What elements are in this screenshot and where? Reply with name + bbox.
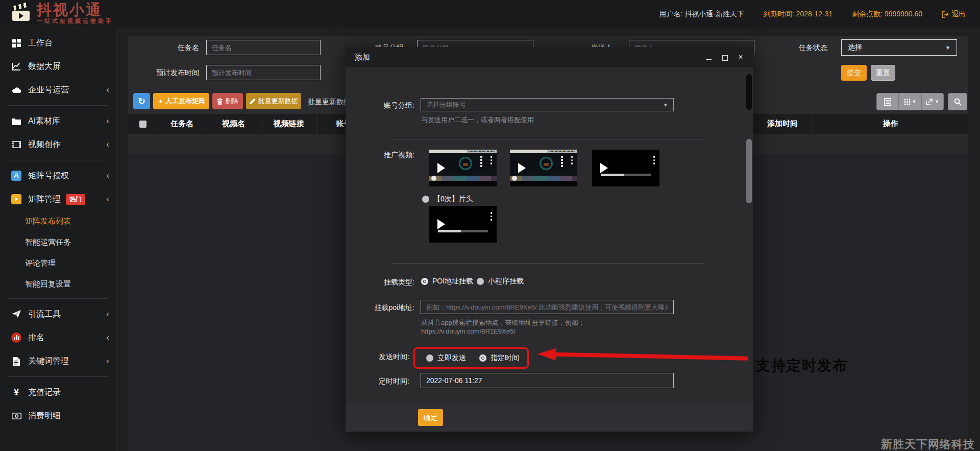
plan-time-input[interactable] [206,65,321,80]
user-badge-icon [11,171,22,181]
schedule-time-input[interactable] [421,373,674,388]
play-icon [518,163,526,173]
more-menu-icon[interactable] [571,156,573,164]
chevron-left-icon: ‹ [106,310,109,318]
columns-toggle-button[interactable]: ▼ [899,93,921,110]
sidebar: 工作台 数据大屏 企业号运营 ‹ AI素材库 ‹ 视频 [0,28,117,451]
radio-selected-icon[interactable] [479,354,486,362]
play-badge-icon [11,194,22,204]
search-button[interactable] [948,93,967,110]
chevron-left-icon: ‹ [106,116,109,125]
col-actions: 操作 [813,114,968,134]
logout-button[interactable]: 退出 [942,10,966,19]
sidebar-item-enterprise[interactable]: 企业号运营 ‹ [0,78,116,102]
more-menu-icon[interactable] [491,156,493,164]
close-icon[interactable]: × [737,54,744,61]
group-hint: 与发送用户二选一，或者两者搭配使用 [421,115,534,125]
divider [391,139,704,139]
minimize-icon[interactable] [705,54,713,61]
expire-date-text: 到期时间: 2028-12-31 [764,10,832,19]
intro-clip-option[interactable]: 【0次】片头 [422,195,473,204]
group-select[interactable]: 选择分组账号 ▼ [421,98,674,111]
more-menu-icon[interactable] [653,156,655,164]
sidebar-item-comment-manage[interactable]: 评论管理 [0,253,116,274]
radio-unselected-icon[interactable] [477,278,484,285]
reset-button[interactable]: 重置 [871,65,895,81]
video-thumbnail-2[interactable] [510,150,577,186]
group-label: 账号分组: [351,101,414,110]
highlight-red-box: 立即发送 指定时间 [413,347,529,369]
sidebar-item-smart-reply[interactable]: 智能回复设置 [0,274,116,295]
chevron-left-icon: ‹ [106,333,109,342]
banknote-icon [11,411,22,421]
radio-unselected-icon[interactable] [426,354,433,362]
play-icon [600,163,608,173]
export-button[interactable]: ▼ [921,93,944,110]
folder-icon [11,116,22,126]
confirm-button[interactable]: 确定 [418,409,443,426]
task-name-label: 任务名 [153,43,199,53]
radio-selected-icon[interactable] [421,278,428,285]
list-view-button[interactable] [876,93,899,110]
sidebar-item-dashboard[interactable]: 数据大屏 [0,55,116,78]
schedule-time-label: 定时时间: [346,377,409,386]
submit-button[interactable]: 提交 [841,65,867,81]
mount-poi-option[interactable]: POI地址挂载 [421,277,473,286]
sidebar-item-ranking[interactable]: 排名 ‹ [0,326,116,349]
delete-button[interactable]: 删除 [212,93,243,109]
app-root: 抖视小通 一站式短视频运营助手 用户名: 抖视小通-新胜天下 到期时间: 202… [0,0,980,451]
sidebar-item-traffic-tools[interactable]: 引流工具 ‹ [0,302,116,326]
video-thumbnail-3[interactable] [592,150,659,186]
plus-icon: ＋ [157,97,164,106]
chevron-down-icon: ▼ [663,102,668,108]
more-menu-icon[interactable] [491,212,493,221]
scrollbar-thumb[interactable] [746,74,752,110]
video-thumbnail-1[interactable] [429,150,497,186]
pencil-icon [250,98,256,104]
sidebar-item-consumption[interactable]: 消费明细 [0,404,116,428]
send-scheduled-option[interactable]: 指定时间 [479,353,519,363]
dialog-titlebar[interactable]: 添加 × [346,47,753,67]
play-icon [437,163,445,173]
status-filter-select[interactable]: 选择 ▼ [841,39,957,56]
chevron-left-icon: ‹ [106,171,109,180]
radio-unselected-icon[interactable] [422,196,429,203]
video-thumbnail-4[interactable] [429,206,497,243]
points-text: 剩余点数: 9999990.60 [852,10,922,19]
app-tagline: 一站式短视频运营助手 [37,17,113,25]
table-toolbar: ▼ ▼ [876,93,944,110]
sidebar-item-video-create[interactable]: 视频创作 ‹ [0,133,116,156]
sidebar-item-keywords[interactable]: 关键词管理 ‹ [0,349,116,373]
add-dialog: 发送账号: 全选 账号分组: 选择分组账号 ▼ 与发送用户二选一，或者两者搭配使… [346,47,753,432]
maximize-icon[interactable] [721,54,728,61]
batch-update-text: 批量更新数据 [308,98,351,107]
send-now-option[interactable]: 立即发送 [426,353,466,363]
top-header: 抖视小通 一站式短视频运营助手 用户名: 抖视小通-新胜天下 到期时间: 202… [0,0,980,28]
task-name-input[interactable] [206,40,321,55]
list-icon [884,98,891,106]
chevron-left-icon: ‹ [106,85,109,94]
clapperboard-icon [12,4,32,24]
batch-update-button[interactable]: 批量更新数据 [246,93,301,109]
ranking-icon [11,333,22,343]
sidebar-item-recharge[interactable]: ¥ 充值记录 [0,381,116,404]
paper-plane-icon [11,309,22,319]
sidebar-item-publish-list[interactable]: 矩阵发布列表 [0,211,116,232]
app-logo: 抖视小通 一站式短视频运营助手 [12,2,113,25]
grid-icon [11,38,22,48]
sidebar-item-smart-task[interactable]: 智能运营任务 [0,232,116,253]
chevron-left-icon: ‹ [106,357,109,365]
refresh-button[interactable]: ↻ [133,93,150,109]
poi-address-label: 挂载poi地址: [351,303,414,313]
scrollbar-thumb[interactable] [746,139,752,203]
select-all-checkbox[interactable] [128,114,158,134]
sidebar-item-workbench[interactable]: 工作台 [0,31,116,55]
mount-miniapp-option[interactable]: 小程序挂载 [477,277,524,286]
sidebar-item-matrix-manage[interactable]: 矩阵管理 热门 ‹ [0,187,116,211]
sidebar-item-ai-library[interactable]: AI素材库 ‹ [0,109,116,133]
poi-address-input[interactable] [421,300,674,314]
app-title: 抖视小通 [37,2,113,17]
sidebar-item-matrix-auth[interactable]: 矩阵号授权 ‹ [0,164,116,187]
col-video-link: 视频链接 [261,114,316,134]
manual-publish-button[interactable]: ＋人工发布矩阵 [153,93,209,109]
